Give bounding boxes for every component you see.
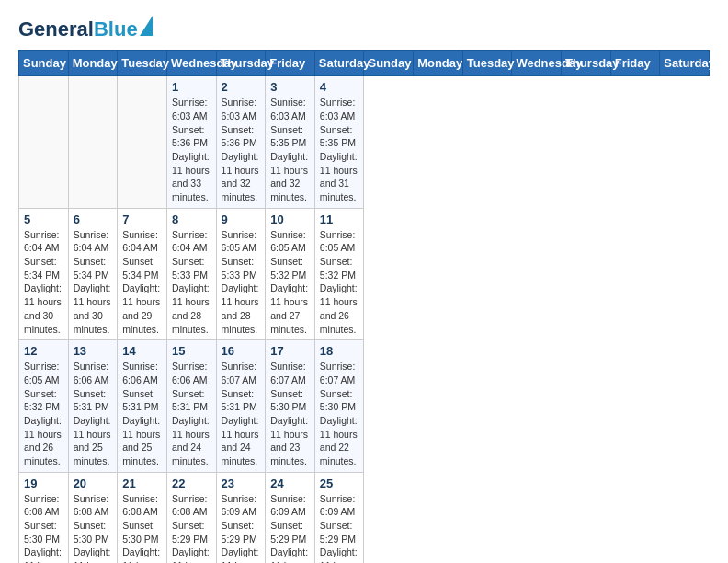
day-number: 10 [270, 213, 310, 226]
calendar-cell: 7Sunrise: 6:04 AM Sunset: 5:34 PM Daylig… [118, 208, 167, 340]
calendar-cell: 12Sunrise: 6:05 AM Sunset: 5:32 PM Dayli… [19, 340, 69, 473]
day-info: Sunrise: 6:03 AM Sunset: 5:36 PM Dayligh… [172, 96, 211, 204]
calendar-cell: 3Sunrise: 6:03 AM Sunset: 5:35 PM Daylig… [266, 76, 315, 209]
calendar-cell: 9Sunrise: 6:05 AM Sunset: 5:33 PM Daylig… [216, 208, 266, 340]
day-info: Sunrise: 6:09 AM Sunset: 5:29 PM Dayligh… [222, 492, 261, 563]
logo: GeneralBlue [18, 18, 153, 40]
day-number: 24 [270, 477, 310, 490]
day-number: 16 [222, 344, 261, 358]
calendar-cell: 10Sunrise: 6:05 AM Sunset: 5:32 PM Dayli… [266, 208, 315, 340]
calendar-cell: 22Sunrise: 6:08 AM Sunset: 5:29 PM Dayli… [166, 472, 216, 563]
calendar-cell: 23Sunrise: 6:09 AM Sunset: 5:29 PM Dayli… [216, 472, 266, 563]
day-info: Sunrise: 6:03 AM Sunset: 5:35 PM Dayligh… [270, 96, 310, 204]
day-info: Sunrise: 6:08 AM Sunset: 5:30 PM Dayligh… [24, 492, 63, 563]
day-number: 8 [172, 213, 211, 226]
calendar-cell: 25Sunrise: 6:09 AM Sunset: 5:29 PM Dayli… [314, 472, 364, 563]
calendar-cell: 19Sunrise: 6:08 AM Sunset: 5:30 PM Dayli… [19, 472, 69, 563]
calendar-cell: 11Sunrise: 6:05 AM Sunset: 5:32 PM Dayli… [314, 208, 364, 340]
col-header-monday: Monday [414, 51, 463, 76]
day-info: Sunrise: 6:09 AM Sunset: 5:29 PM Dayligh… [270, 492, 310, 563]
col-header-monday: Monday [68, 51, 118, 76]
day-info: Sunrise: 6:04 AM Sunset: 5:34 PM Dayligh… [24, 228, 63, 337]
day-info: Sunrise: 6:03 AM Sunset: 5:35 PM Dayligh… [320, 96, 359, 204]
week-row-2: 5Sunrise: 6:04 AM Sunset: 5:34 PM Daylig… [19, 208, 710, 340]
day-number: 22 [172, 477, 211, 490]
col-header-thursday: Thursday [216, 51, 266, 76]
col-header-sunday: Sunday [19, 51, 69, 76]
header-row: SundayMondayTuesdayWednesdayThursdayFrid… [19, 51, 710, 76]
calendar-cell: 18Sunrise: 6:07 AM Sunset: 5:30 PM Dayli… [314, 340, 364, 473]
day-number: 15 [172, 344, 211, 358]
day-number: 11 [320, 213, 359, 226]
calendar-cell [19, 76, 69, 209]
day-info: Sunrise: 6:07 AM Sunset: 5:30 PM Dayligh… [320, 360, 359, 468]
page-header: GeneralBlue [18, 18, 710, 40]
calendar-cell: 8Sunrise: 6:04 AM Sunset: 5:33 PM Daylig… [166, 208, 216, 340]
day-number: 25 [320, 477, 359, 490]
day-number: 19 [24, 477, 63, 490]
logo-text: GeneralBlue [18, 18, 138, 40]
day-info: Sunrise: 6:05 AM Sunset: 5:32 PM Dayligh… [320, 228, 359, 337]
calendar-cell: 16Sunrise: 6:07 AM Sunset: 5:31 PM Dayli… [216, 340, 266, 473]
day-info: Sunrise: 6:06 AM Sunset: 5:31 PM Dayligh… [122, 360, 162, 468]
day-number: 20 [74, 477, 113, 490]
day-info: Sunrise: 6:07 AM Sunset: 5:31 PM Dayligh… [222, 360, 261, 468]
day-info: Sunrise: 6:06 AM Sunset: 5:31 PM Dayligh… [74, 360, 113, 468]
calendar-cell: 15Sunrise: 6:06 AM Sunset: 5:31 PM Dayli… [166, 340, 216, 473]
col-header-saturday: Saturday [660, 51, 710, 76]
day-number: 17 [270, 344, 310, 358]
day-info: Sunrise: 6:09 AM Sunset: 5:29 PM Dayligh… [320, 492, 359, 563]
week-row-3: 12Sunrise: 6:05 AM Sunset: 5:32 PM Dayli… [19, 340, 710, 473]
col-header-thursday: Thursday [562, 51, 611, 76]
calendar-cell: 14Sunrise: 6:06 AM Sunset: 5:31 PM Dayli… [118, 340, 167, 473]
calendar-cell: 6Sunrise: 6:04 AM Sunset: 5:34 PM Daylig… [68, 208, 118, 340]
calendar-cell [68, 76, 118, 209]
day-info: Sunrise: 6:05 AM Sunset: 5:32 PM Dayligh… [270, 228, 310, 337]
day-number: 4 [320, 80, 359, 94]
day-info: Sunrise: 6:04 AM Sunset: 5:34 PM Dayligh… [74, 228, 113, 337]
day-info: Sunrise: 6:03 AM Sunset: 5:36 PM Dayligh… [222, 96, 261, 204]
day-info: Sunrise: 6:08 AM Sunset: 5:29 PM Dayligh… [172, 492, 211, 563]
col-header-wednesday: Wednesday [166, 51, 216, 76]
day-number: 5 [24, 213, 63, 226]
day-number: 3 [270, 80, 310, 94]
day-info: Sunrise: 6:07 AM Sunset: 5:30 PM Dayligh… [270, 360, 310, 468]
calendar-cell: 17Sunrise: 6:07 AM Sunset: 5:30 PM Dayli… [266, 340, 315, 473]
col-header-friday: Friday [610, 51, 660, 76]
calendar-cell: 5Sunrise: 6:04 AM Sunset: 5:34 PM Daylig… [19, 208, 69, 340]
week-row-4: 19Sunrise: 6:08 AM Sunset: 5:30 PM Dayli… [19, 472, 710, 563]
day-number: 2 [222, 80, 261, 94]
col-header-tuesday: Tuesday [118, 51, 167, 76]
day-number: 12 [24, 344, 63, 358]
week-row-1: 1Sunrise: 6:03 AM Sunset: 5:36 PM Daylig… [19, 76, 710, 209]
col-header-wednesday: Wednesday [512, 51, 562, 76]
col-header-sunday: Sunday [364, 51, 414, 76]
day-info: Sunrise: 6:04 AM Sunset: 5:34 PM Dayligh… [122, 228, 162, 337]
day-number: 7 [122, 213, 162, 226]
calendar-cell: 24Sunrise: 6:09 AM Sunset: 5:29 PM Dayli… [266, 472, 315, 563]
day-number: 23 [222, 477, 261, 490]
day-number: 14 [122, 344, 162, 358]
day-info: Sunrise: 6:04 AM Sunset: 5:33 PM Dayligh… [172, 228, 211, 337]
calendar-cell [118, 76, 167, 209]
calendar-cell: 2Sunrise: 6:03 AM Sunset: 5:36 PM Daylig… [216, 76, 266, 209]
col-header-friday: Friday [266, 51, 315, 76]
day-info: Sunrise: 6:05 AM Sunset: 5:32 PM Dayligh… [24, 360, 63, 468]
day-info: Sunrise: 6:08 AM Sunset: 5:30 PM Dayligh… [74, 492, 113, 563]
col-header-saturday: Saturday [314, 51, 364, 76]
day-number: 6 [74, 213, 113, 226]
calendar-cell: 4Sunrise: 6:03 AM Sunset: 5:35 PM Daylig… [314, 76, 364, 209]
day-info: Sunrise: 6:05 AM Sunset: 5:33 PM Dayligh… [222, 228, 261, 337]
day-number: 1 [172, 80, 211, 94]
day-number: 13 [74, 344, 113, 358]
day-info: Sunrise: 6:08 AM Sunset: 5:30 PM Dayligh… [122, 492, 162, 563]
day-number: 21 [122, 477, 162, 490]
col-header-tuesday: Tuesday [462, 51, 512, 76]
calendar-cell: 13Sunrise: 6:06 AM Sunset: 5:31 PM Dayli… [68, 340, 118, 473]
calendar-cell: 1Sunrise: 6:03 AM Sunset: 5:36 PM Daylig… [166, 76, 216, 209]
calendar-cell: 21Sunrise: 6:08 AM Sunset: 5:30 PM Dayli… [118, 472, 167, 563]
day-number: 9 [222, 213, 261, 226]
calendar-table: SundayMondayTuesdayWednesdayThursdayFrid… [18, 50, 710, 563]
day-number: 18 [320, 344, 359, 358]
calendar-cell: 20Sunrise: 6:08 AM Sunset: 5:30 PM Dayli… [68, 472, 118, 563]
